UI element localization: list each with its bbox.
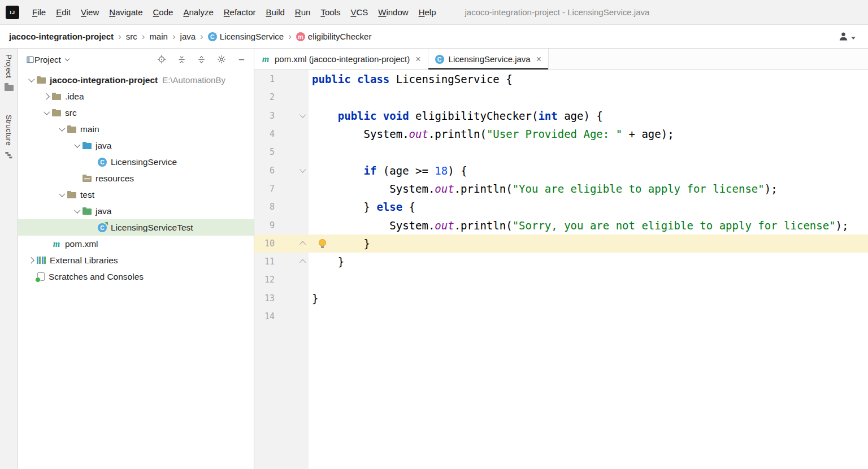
tree-chevron[interactable]: [72, 144, 83, 147]
tree-chevron[interactable]: [41, 111, 52, 114]
expand-all-icon[interactable]: [197, 55, 206, 64]
fold-marker-icon[interactable]: [300, 260, 306, 266]
breadcrumb-item-java[interactable]: java: [180, 32, 196, 41]
collapse-all-icon[interactable]: [177, 55, 186, 64]
code-line-10[interactable]: 10 }: [254, 234, 868, 253]
locate-icon[interactable]: [157, 55, 166, 64]
line-number[interactable]: 14: [254, 311, 275, 322]
line-number[interactable]: 9: [254, 220, 275, 231]
tree-item-jacoco-integration-project[interactable]: jacoco-integration-projectE:\AutomationB…: [18, 72, 254, 88]
gutter[interactable]: 11: [254, 253, 309, 271]
menu-analyze[interactable]: Analyze: [178, 7, 218, 17]
tree-item-java[interactable]: java: [18, 203, 254, 219]
line-number[interactable]: 8: [254, 202, 275, 212]
tree-item-idea[interactable]: .idea: [18, 88, 254, 105]
tree-chevron[interactable]: [57, 128, 67, 131]
user-icon[interactable]: [838, 31, 849, 42]
tree-item-pom-xml[interactable]: mpom.xml: [18, 236, 254, 252]
menu-window[interactable]: Window: [373, 7, 413, 17]
fold-column[interactable]: [297, 240, 309, 247]
menu-run[interactable]: Run: [290, 7, 316, 17]
menu-refactor[interactable]: Refactor: [219, 7, 261, 17]
gutter[interactable]: 12: [254, 271, 309, 289]
settings-icon[interactable]: [217, 55, 226, 64]
code-line-9[interactable]: 9 System.out.println("Sorry, you are not…: [254, 216, 868, 234]
code-line-14[interactable]: 14: [254, 307, 868, 325]
code-line-6[interactable]: 6 if (age >= 18) {: [254, 161, 868, 179]
code-line-4[interactable]: 4 System.out.println("User Provided Age:…: [254, 125, 868, 143]
breadcrumb-item-licensingservice[interactable]: CLicensingService: [208, 32, 284, 41]
menu-tools[interactable]: Tools: [315, 7, 345, 17]
line-number[interactable]: 2: [254, 92, 275, 102]
line-number[interactable]: 7: [254, 184, 275, 194]
gutter[interactable]: 1: [254, 70, 309, 88]
line-number[interactable]: 3: [254, 111, 275, 121]
gutter[interactable]: 13: [254, 289, 309, 307]
code-line-8[interactable]: 8 } else {: [254, 198, 868, 216]
tool-window-button-project[interactable]: Project: [5, 54, 14, 91]
tree-chevron[interactable]: [26, 258, 37, 263]
line-number[interactable]: 4: [254, 129, 275, 139]
fold-marker-icon[interactable]: [300, 112, 306, 118]
intention-bulb-icon[interactable]: [319, 239, 326, 246]
line-number[interactable]: 1: [254, 74, 275, 84]
editor-tab-pom-xml-jacoco-integration-project[interactable]: mpom.xml (jacoco-integration-project)×: [254, 49, 428, 70]
menu-navigate[interactable]: Navigate: [104, 7, 147, 17]
code-line-13[interactable]: 13}: [254, 289, 868, 307]
tree-item-scratches-and-consoles[interactable]: Scratches and Consoles: [18, 268, 254, 285]
tree-item-external-libraries[interactable]: External Libraries: [18, 252, 254, 268]
line-number[interactable]: 10: [254, 238, 275, 249]
close-tab-icon[interactable]: ×: [415, 55, 420, 64]
line-number[interactable]: 11: [254, 257, 275, 267]
gutter[interactable]: 14: [254, 307, 309, 325]
fold-column[interactable]: [297, 258, 309, 265]
menu-help[interactable]: Help: [414, 7, 441, 17]
menu-view[interactable]: View: [76, 7, 104, 17]
breadcrumb-item-main[interactable]: main: [149, 32, 168, 41]
gutter[interactable]: 6: [254, 161, 309, 179]
tree-item-src[interactable]: src: [18, 105, 254, 121]
menu-edit[interactable]: Edit: [51, 7, 76, 17]
tree-chevron[interactable]: [72, 210, 83, 212]
line-number[interactable]: 13: [254, 293, 275, 303]
gutter[interactable]: 9: [254, 216, 309, 234]
menu-build[interactable]: Build: [261, 7, 289, 17]
fold-marker-icon[interactable]: [300, 242, 306, 248]
breadcrumb-item-eligibilitychecker[interactable]: meligibilityChecker: [296, 32, 372, 41]
code-line-7[interactable]: 7 System.out.println("You are eligible t…: [254, 180, 868, 198]
gutter[interactable]: 5: [254, 143, 309, 161]
line-number[interactable]: 12: [254, 275, 275, 285]
line-number[interactable]: 6: [254, 166, 275, 176]
tree-item-test[interactable]: test: [18, 186, 254, 203]
code-line-1[interactable]: 1public class LicensingService {: [254, 70, 868, 88]
code-area[interactable]: 1public class LicensingService {23 publi…: [254, 70, 868, 469]
code-line-12[interactable]: 12: [254, 271, 868, 289]
tree-item-resources[interactable]: resources: [18, 170, 254, 186]
fold-column[interactable]: [297, 169, 309, 172]
menu-vcs[interactable]: VCS: [345, 7, 373, 17]
tree-item-licensingservicetest[interactable]: CLicensingServiceTest: [18, 219, 254, 236]
breadcrumb-item-jacoco-integration-project[interactable]: jacoco-integration-project: [9, 32, 114, 41]
gutter[interactable]: 4: [254, 125, 309, 143]
tree-chevron[interactable]: [26, 79, 37, 81]
gutter[interactable]: 10: [254, 234, 309, 253]
tree-chevron[interactable]: [57, 193, 67, 196]
code-line-11[interactable]: 11 }: [254, 253, 868, 271]
close-tab-icon[interactable]: ×: [536, 55, 541, 64]
breadcrumb-item-src[interactable]: src: [126, 32, 137, 41]
gutter[interactable]: 2: [254, 88, 309, 106]
fold-marker-icon[interactable]: [300, 167, 306, 173]
hide-icon[interactable]: [237, 55, 246, 64]
gutter[interactable]: 7: [254, 180, 309, 198]
gutter[interactable]: 3: [254, 107, 309, 125]
code-line-3[interactable]: 3 public void eligibilityChecker(int age…: [254, 107, 868, 125]
project-panel-title[interactable]: Project: [34, 55, 69, 64]
editor-tab-licensingservice-java[interactable]: CLicensingService.java×: [428, 49, 549, 70]
tree-item-java[interactable]: java: [18, 137, 254, 154]
menu-code[interactable]: Code: [148, 7, 179, 17]
tool-window-button-structure[interactable]: Structure: [5, 115, 13, 159]
gutter[interactable]: 8: [254, 198, 309, 216]
code-line-5[interactable]: 5: [254, 143, 868, 161]
menu-file[interactable]: File: [27, 7, 51, 17]
fold-column[interactable]: [297, 114, 309, 117]
